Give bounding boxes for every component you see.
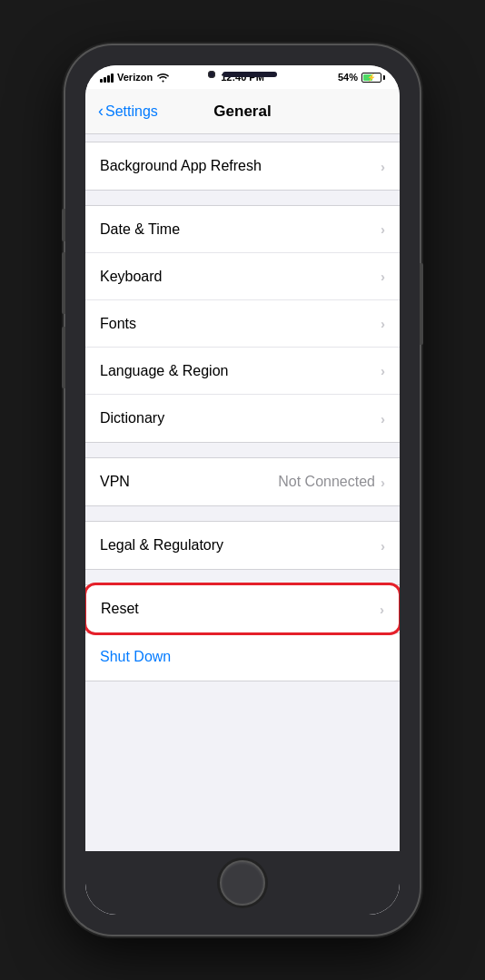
battery-bolt-icon: ⚡ (367, 74, 376, 82)
page-title: General (213, 103, 271, 121)
date-time-label: Date & Time (100, 221, 180, 238)
phone-shell: Verizon 12:40 PM 54% ⚡ (65, 45, 420, 935)
dictionary-right: › (381, 411, 385, 426)
back-label: Settings (105, 103, 158, 120)
list-item-language-region[interactable]: Language & Region › (85, 348, 400, 395)
group-legal: Legal & Regulatory › (85, 521, 400, 570)
signal-strength (100, 72, 114, 83)
status-right: 54% ⚡ (338, 72, 385, 83)
list-item-keyboard[interactable]: Keyboard › (85, 253, 400, 300)
group-vpn: VPN Not Connected › (85, 457, 400, 506)
section-gap-4 (85, 506, 400, 521)
battery-percent: 54% (338, 72, 358, 83)
battery-body: ⚡ (361, 73, 381, 83)
chevron-right-icon: › (381, 269, 385, 284)
back-chevron-icon: ‹ (98, 102, 104, 121)
list-item-fonts[interactable]: Fonts › (85, 300, 400, 348)
power-button[interactable] (420, 263, 423, 345)
group-shutdown: Shut Down (85, 633, 400, 681)
chevron-right-icon: › (381, 411, 385, 426)
volume-up-button[interactable] (62, 252, 65, 314)
list-item-date-time[interactable]: Date & Time › (85, 206, 400, 253)
section-gap-3 (85, 443, 400, 457)
section-gap-bottom (85, 681, 400, 696)
fonts-right: › (381, 316, 385, 331)
keyboard-right: › (381, 269, 385, 284)
list-item-legal[interactable]: Legal & Regulatory › (85, 522, 400, 569)
list-item-vpn[interactable]: VPN Not Connected › (85, 458, 400, 505)
chevron-right-icon: › (381, 475, 385, 490)
settings-list: Background App Refresh › Date & Time › K… (85, 134, 400, 851)
section-gap-2 (85, 191, 400, 205)
group-background-app-refresh: Background App Refresh › (85, 142, 400, 191)
language-region-right: › (381, 363, 385, 378)
signal-bar-2 (104, 77, 106, 83)
list-item-reset[interactable]: Reset › (86, 585, 399, 632)
earpiece-speaker (223, 72, 277, 77)
signal-bar-1 (100, 79, 103, 83)
battery-tip (383, 75, 385, 80)
shutdown-label: Shut Down (100, 649, 171, 665)
mute-button[interactable] (62, 209, 65, 241)
legal-right: › (381, 538, 385, 554)
background-app-refresh-right: › (381, 159, 385, 174)
status-left: Verizon (100, 72, 170, 83)
front-camera (208, 71, 215, 78)
dictionary-label: Dictionary (100, 410, 164, 426)
wifi-icon (156, 72, 170, 83)
legal-label: Legal & Regulatory (100, 537, 223, 554)
home-button[interactable] (220, 860, 265, 906)
home-button-area (85, 851, 400, 915)
top-hardware (208, 71, 277, 78)
chevron-right-icon: › (381, 363, 385, 378)
fonts-label: Fonts (100, 316, 136, 332)
back-button[interactable]: ‹ Settings (98, 103, 158, 121)
volume-down-button[interactable] (62, 327, 65, 388)
carrier-name: Verizon (117, 72, 153, 83)
chevron-right-icon: › (381, 316, 385, 331)
vpn-right: Not Connected › (278, 474, 385, 490)
section-gap-5 (85, 570, 400, 584)
group-date-fonts: Date & Time › Keyboard › Fonts › (85, 205, 400, 443)
chevron-right-icon: › (381, 159, 385, 174)
reset-right: › (380, 602, 384, 617)
reset-label: Reset (101, 601, 139, 617)
date-time-right: › (381, 221, 385, 237)
chevron-right-icon: › (380, 602, 384, 617)
battery-icon: ⚡ (361, 73, 385, 83)
signal-bar-4 (111, 74, 114, 83)
chevron-right-icon: › (381, 538, 385, 554)
signal-bar-3 (107, 75, 110, 83)
chevron-right-icon: › (381, 221, 385, 237)
group-reset: Reset › (85, 584, 400, 633)
vpn-value: Not Connected (278, 474, 375, 490)
language-region-label: Language & Region (100, 363, 228, 379)
list-item-background-app-refresh[interactable]: Background App Refresh › (85, 142, 400, 190)
navigation-bar: ‹ Settings General (85, 89, 400, 134)
vpn-label: VPN (100, 474, 130, 490)
list-item-dictionary[interactable]: Dictionary › (85, 395, 400, 442)
keyboard-label: Keyboard (100, 269, 163, 285)
screen: Verizon 12:40 PM 54% ⚡ (85, 65, 400, 915)
background-app-refresh-label: Background App Refresh (100, 158, 262, 174)
list-item-shutdown[interactable]: Shut Down (85, 633, 400, 681)
section-gap-1 (85, 134, 400, 142)
